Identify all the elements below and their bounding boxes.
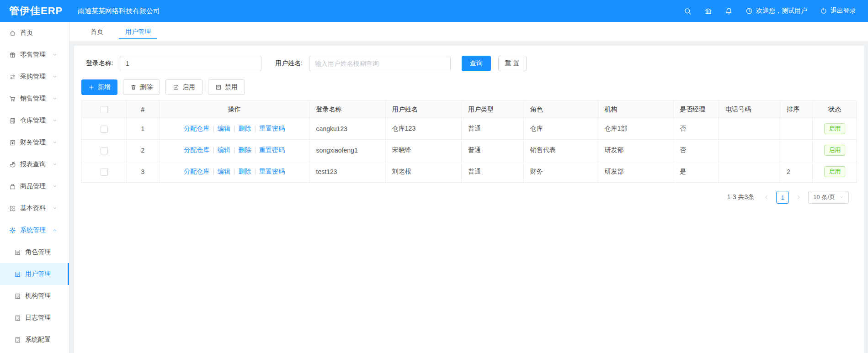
user-welcome[interactable]: 欢迎您，测试用户 — [746, 7, 807, 15]
cell-operations: 分配仓库|编辑|删除|重置密码 — [159, 161, 309, 183]
op-link-编辑[interactable]: 编辑 — [218, 168, 230, 175]
sidebar-item-仓库管理[interactable]: 仓库管理 — [0, 110, 69, 132]
search-icon[interactable] — [684, 7, 692, 15]
select-all-checkbox[interactable] — [101, 106, 108, 113]
cell-operations: 分配仓库|编辑|删除|重置密码 — [159, 118, 309, 140]
col-header-用户类型: 用户类型 — [462, 101, 524, 118]
table-body: 1分配仓库|编辑|删除|重置密码cangku123仓库123普通仓库仓库1部否启… — [82, 118, 857, 183]
company-name: 南通某某网络科技有限公司 — [78, 7, 160, 16]
sidebar-item-财务管理[interactable]: 财务管理 — [0, 132, 69, 153]
row-checkbox[interactable] — [101, 126, 108, 133]
sidebar-item-机构管理[interactable]: 机构管理 — [0, 285, 69, 307]
cell-sort — [780, 118, 813, 140]
cell-phone — [719, 161, 780, 183]
row-checkbox[interactable] — [101, 147, 108, 154]
op-link-删除[interactable]: 删除 — [238, 125, 251, 132]
users-table: #操作登录名称用户姓名用户类型角色机构是否经理电话号码排序状态 1分配仓库|编辑… — [81, 100, 857, 183]
col-header-机构: 机构 — [598, 101, 673, 118]
col-header-登录名称: 登录名称 — [309, 101, 385, 118]
op-link-分配仓库[interactable]: 分配仓库 — [184, 146, 209, 153]
bank-icon[interactable] — [704, 7, 712, 15]
pie-icon — [9, 161, 16, 168]
op-separator: | — [234, 168, 235, 175]
op-separator: | — [213, 125, 214, 132]
disable-button[interactable]: 禁用 — [208, 79, 245, 95]
page-size-select[interactable]: 10 条/页 — [808, 191, 849, 204]
op-separator: | — [234, 146, 235, 153]
op-separator: | — [234, 125, 235, 132]
chevron-down-icon — [53, 140, 57, 145]
add-button[interactable]: 新增 — [81, 79, 117, 95]
cell-org: 研发部 — [598, 161, 673, 183]
check-square-icon — [173, 84, 179, 90]
table-row: 2分配仓库|编辑|删除|重置密码songxiaofeng1宋晓锋普通销售代表研发… — [82, 140, 857, 161]
op-link-删除[interactable]: 删除 — [238, 168, 251, 175]
row-checkbox[interactable] — [101, 169, 108, 176]
cell-phone — [719, 140, 780, 161]
op-link-删除[interactable]: 删除 — [238, 146, 251, 153]
sidebar-item-label: 报表查询 — [20, 160, 46, 169]
cell-user-name: 仓库123 — [385, 118, 461, 140]
sidebar-item-label: 采购管理 — [20, 73, 46, 81]
doc-icon — [14, 337, 21, 343]
login-name-input[interactable] — [120, 56, 261, 71]
user-name-input[interactable] — [309, 56, 451, 71]
sidebar-item-label: 零售管理 — [20, 51, 46, 59]
sidebar-item-首页[interactable]: 首页 — [0, 22, 69, 44]
cart-icon — [9, 95, 16, 102]
op-link-编辑[interactable]: 编辑 — [218, 125, 230, 132]
next-page-icon[interactable] — [793, 192, 804, 202]
op-link-分配仓库[interactable]: 分配仓库 — [184, 125, 209, 132]
sidebar-item-角色管理[interactable]: 角色管理 — [0, 241, 69, 263]
page-number[interactable]: 1 — [776, 191, 789, 204]
op-separator: | — [254, 146, 256, 153]
op-link-分配仓库[interactable]: 分配仓库 — [184, 168, 209, 175]
logout-text: 退出登录 — [831, 7, 856, 15]
delete-button[interactable]: 删除 — [123, 79, 160, 95]
sidebar-item-系统管理[interactable]: 系统管理 — [0, 219, 69, 241]
sidebar-item-用户管理[interactable]: 用户管理 — [0, 263, 69, 285]
sidebar-item-采购管理[interactable]: 采购管理 — [0, 66, 69, 88]
doc-icon — [14, 271, 21, 278]
tab-home[interactable]: 首页 — [84, 22, 110, 42]
sidebar-item-系统配置[interactable]: 系统配置 — [0, 329, 69, 351]
cell-checkbox — [82, 118, 127, 140]
swap-icon — [9, 74, 16, 80]
sidebar-item-基本资料[interactable]: 基本资料 — [0, 197, 69, 219]
chevron-down-icon — [53, 53, 57, 57]
enable-button[interactable]: 启用 — [165, 79, 202, 95]
sidebar-item-报表查询[interactable]: 报表查询 — [0, 153, 69, 175]
op-link-编辑[interactable]: 编辑 — [218, 146, 230, 153]
sidebar-item-销售管理[interactable]: 销售管理 — [0, 88, 69, 110]
search-button[interactable]: 查询 — [462, 56, 491, 71]
pagination-total: 1-3 共3条 — [727, 193, 754, 201]
cell-org: 仓库1部 — [598, 118, 673, 140]
sidebar-item-零售管理[interactable]: 零售管理 — [0, 44, 69, 66]
logout-button[interactable]: 退出登录 — [820, 7, 856, 15]
cell-is-manager: 否 — [673, 140, 719, 161]
op-separator: | — [213, 168, 214, 175]
chevron-down-icon — [53, 184, 57, 189]
cell-index: 2 — [127, 140, 159, 161]
op-link-重置密码[interactable]: 重置密码 — [259, 168, 285, 175]
op-link-重置密码[interactable]: 重置密码 — [259, 146, 285, 153]
col-header-排序: 排序 — [780, 101, 813, 118]
sidebar-item-日志管理[interactable]: 日志管理 — [0, 307, 69, 329]
cell-checkbox — [82, 140, 127, 161]
cell-index: 1 — [127, 118, 159, 140]
col-header-操作: 操作 — [159, 101, 309, 118]
chevron-down-icon — [53, 162, 57, 167]
trash-icon — [130, 84, 137, 90]
op-link-重置密码[interactable]: 重置密码 — [259, 125, 285, 132]
gear-icon — [9, 227, 16, 234]
cell-user-name: 刘老根 — [385, 161, 461, 183]
tab-user-management[interactable]: 用户管理 — [119, 22, 157, 42]
content-card: 登录名称: 用户姓名: 查询 重 置 新增 删除 — [74, 46, 864, 353]
reset-button[interactable]: 重 置 — [498, 56, 527, 71]
prev-page-icon[interactable] — [761, 192, 772, 202]
cell-checkbox — [82, 161, 127, 183]
sidebar-item-商品管理[interactable]: 商品管理 — [0, 175, 69, 197]
main-area: 首页 用户管理 登录名称: 用户姓名: 查询 重 置 新增 — [69, 22, 868, 353]
finance-icon — [9, 139, 16, 146]
bell-icon[interactable] — [725, 7, 733, 15]
